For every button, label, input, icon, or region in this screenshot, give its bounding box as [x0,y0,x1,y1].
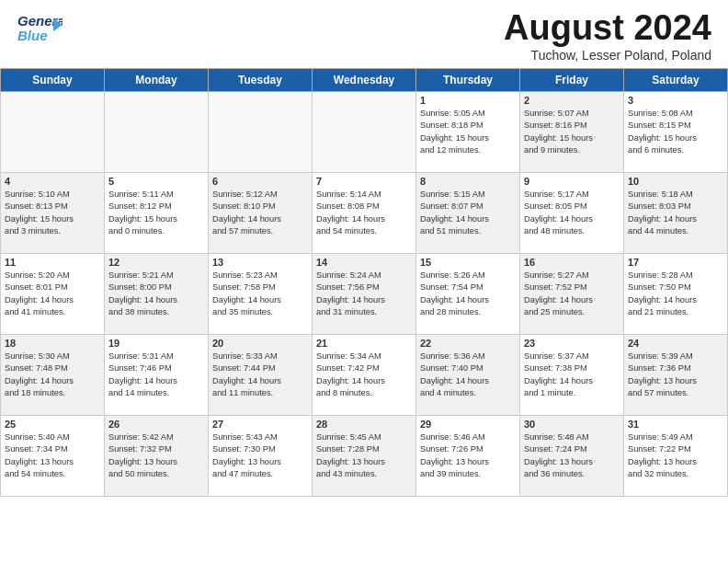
day-info: Sunrise: 5:23 AM Sunset: 7:58 PM Dayligh… [212,270,308,319]
calendar-cell: 14Sunrise: 5:24 AM Sunset: 7:56 PM Dayli… [313,253,416,334]
day-info: Sunrise: 5:18 AM Sunset: 8:03 PM Dayligh… [628,189,723,238]
day-number: 19 [108,338,204,349]
day-info: Sunrise: 5:49 AM Sunset: 7:22 PM Dayligh… [628,431,723,481]
calendar-week-1: 1Sunrise: 5:05 AM Sunset: 8:18 PM Daylig… [1,91,728,172]
day-number: 23 [524,338,620,349]
day-info: Sunrise: 5:26 AM Sunset: 7:54 PM Dayligh… [420,270,516,319]
weekday-header-monday: Monday [105,68,209,91]
calendar-cell: 28Sunrise: 5:45 AM Sunset: 7:28 PM Dayli… [313,415,416,496]
day-number: 9 [524,176,620,187]
calendar-cell: 9Sunrise: 5:17 AM Sunset: 8:05 PM Daylig… [520,172,624,253]
calendar-cell: 11Sunrise: 5:20 AM Sunset: 8:01 PM Dayli… [1,253,105,334]
calendar-cell: 1Sunrise: 5:05 AM Sunset: 8:18 PM Daylig… [416,91,520,172]
day-number: 14 [316,257,412,268]
weekday-header-sunday: Sunday [1,68,105,91]
calendar-cell: 16Sunrise: 5:27 AM Sunset: 7:52 PM Dayli… [520,253,624,334]
day-number: 1 [420,95,516,106]
day-info: Sunrise: 5:27 AM Sunset: 7:52 PM Dayligh… [524,270,620,319]
month-title: August 2024 [504,9,711,48]
weekday-header-friday: Friday [520,68,624,91]
day-info: Sunrise: 5:10 AM Sunset: 8:13 PM Dayligh… [5,189,100,238]
weekday-header-thursday: Thursday [416,68,520,91]
day-info: Sunrise: 5:43 AM Sunset: 7:30 PM Dayligh… [212,431,308,481]
day-number: 30 [524,419,620,430]
day-number: 16 [524,257,620,268]
day-info: Sunrise: 5:14 AM Sunset: 8:08 PM Dayligh… [316,189,412,238]
day-number: 21 [316,338,412,349]
day-number: 20 [212,338,308,349]
day-number: 24 [628,338,723,349]
calendar-cell: 26Sunrise: 5:42 AM Sunset: 7:32 PM Dayli… [105,415,209,496]
day-number: 22 [420,338,516,349]
calendar-cell: 5Sunrise: 5:11 AM Sunset: 8:12 PM Daylig… [105,172,209,253]
day-number: 13 [212,257,308,268]
weekday-header-wednesday: Wednesday [313,68,416,91]
day-number: 3 [628,95,723,106]
calendar-cell: 24Sunrise: 5:39 AM Sunset: 7:36 PM Dayli… [624,334,728,415]
day-number: 4 [5,176,100,187]
calendar-cell [105,91,209,172]
day-info: Sunrise: 5:33 AM Sunset: 7:44 PM Dayligh… [212,350,308,400]
calendar-cell: 23Sunrise: 5:37 AM Sunset: 7:38 PM Dayli… [520,334,624,415]
day-info: Sunrise: 5:46 AM Sunset: 7:26 PM Dayligh… [420,431,516,481]
calendar: SundayMondayTuesdayWednesdayThursdayFrid… [0,68,728,497]
calendar-cell: 17Sunrise: 5:28 AM Sunset: 7:50 PM Dayli… [624,253,728,334]
calendar-cell: 8Sunrise: 5:15 AM Sunset: 8:07 PM Daylig… [416,172,520,253]
day-info: Sunrise: 5:30 AM Sunset: 7:48 PM Dayligh… [5,350,100,400]
day-info: Sunrise: 5:40 AM Sunset: 7:34 PM Dayligh… [5,431,100,481]
day-number: 26 [108,419,204,430]
calendar-cell: 10Sunrise: 5:18 AM Sunset: 8:03 PM Dayli… [624,172,728,253]
calendar-cell: 25Sunrise: 5:40 AM Sunset: 7:34 PM Dayli… [1,415,105,496]
day-info: Sunrise: 5:39 AM Sunset: 7:36 PM Dayligh… [628,350,723,400]
day-number: 25 [5,419,100,430]
calendar-cell: 22Sunrise: 5:36 AM Sunset: 7:40 PM Dayli… [416,334,520,415]
weekday-header-tuesday: Tuesday [209,68,313,91]
day-number: 6 [212,176,308,187]
weekday-header-row: SundayMondayTuesdayWednesdayThursdayFrid… [1,68,728,91]
svg-text:Blue: Blue [17,28,48,43]
calendar-cell: 15Sunrise: 5:26 AM Sunset: 7:54 PM Dayli… [416,253,520,334]
calendar-week-4: 18Sunrise: 5:30 AM Sunset: 7:48 PM Dayli… [1,334,728,415]
day-info: Sunrise: 5:12 AM Sunset: 8:10 PM Dayligh… [212,189,308,238]
calendar-cell [1,91,105,172]
calendar-cell: 6Sunrise: 5:12 AM Sunset: 8:10 PM Daylig… [209,172,313,253]
calendar-cell: 20Sunrise: 5:33 AM Sunset: 7:44 PM Dayli… [209,334,313,415]
day-number: 17 [628,257,723,268]
day-info: Sunrise: 5:08 AM Sunset: 8:15 PM Dayligh… [628,108,723,157]
day-info: Sunrise: 5:48 AM Sunset: 7:24 PM Dayligh… [524,431,620,481]
calendar-cell: 29Sunrise: 5:46 AM Sunset: 7:26 PM Dayli… [416,415,520,496]
day-info: Sunrise: 5:24 AM Sunset: 7:56 PM Dayligh… [316,270,412,319]
day-info: Sunrise: 5:37 AM Sunset: 7:38 PM Dayligh… [524,350,620,400]
day-info: Sunrise: 5:15 AM Sunset: 8:07 PM Dayligh… [420,189,516,238]
calendar-cell: 21Sunrise: 5:34 AM Sunset: 7:42 PM Dayli… [313,334,416,415]
day-info: Sunrise: 5:17 AM Sunset: 8:05 PM Dayligh… [524,189,620,238]
calendar-cell: 12Sunrise: 5:21 AM Sunset: 8:00 PM Dayli… [105,253,209,334]
calendar-cell: 30Sunrise: 5:48 AM Sunset: 7:24 PM Dayli… [520,415,624,496]
day-info: Sunrise: 5:07 AM Sunset: 8:16 PM Dayligh… [524,108,620,157]
calendar-cell: 2Sunrise: 5:07 AM Sunset: 8:16 PM Daylig… [520,91,624,172]
day-number: 10 [628,176,723,187]
calendar-cell: 19Sunrise: 5:31 AM Sunset: 7:46 PM Dayli… [105,334,209,415]
calendar-week-3: 11Sunrise: 5:20 AM Sunset: 8:01 PM Dayli… [1,253,728,334]
day-info: Sunrise: 5:11 AM Sunset: 8:12 PM Dayligh… [108,189,204,238]
header: General Blue August 2024 Tuchow, Lesser … [0,0,728,68]
day-info: Sunrise: 5:36 AM Sunset: 7:40 PM Dayligh… [420,350,516,400]
day-number: 5 [108,176,204,187]
day-info: Sunrise: 5:45 AM Sunset: 7:28 PM Dayligh… [316,431,412,481]
day-number: 11 [5,257,100,268]
day-number: 31 [628,419,723,430]
calendar-cell: 3Sunrise: 5:08 AM Sunset: 8:15 PM Daylig… [624,91,728,172]
calendar-cell [209,91,313,172]
day-number: 7 [316,176,412,187]
day-info: Sunrise: 5:42 AM Sunset: 7:32 PM Dayligh… [108,431,204,481]
calendar-week-5: 25Sunrise: 5:40 AM Sunset: 7:34 PM Dayli… [1,415,728,496]
title-section: August 2024 Tuchow, Lesser Poland, Polan… [504,9,711,63]
day-number: 8 [420,176,516,187]
calendar-cell: 4Sunrise: 5:10 AM Sunset: 8:13 PM Daylig… [1,172,105,253]
day-number: 15 [420,257,516,268]
day-number: 18 [5,338,100,349]
day-number: 27 [212,419,308,430]
weekday-header-saturday: Saturday [624,68,728,91]
calendar-cell: 27Sunrise: 5:43 AM Sunset: 7:30 PM Dayli… [209,415,313,496]
day-info: Sunrise: 5:20 AM Sunset: 8:01 PM Dayligh… [5,270,100,319]
